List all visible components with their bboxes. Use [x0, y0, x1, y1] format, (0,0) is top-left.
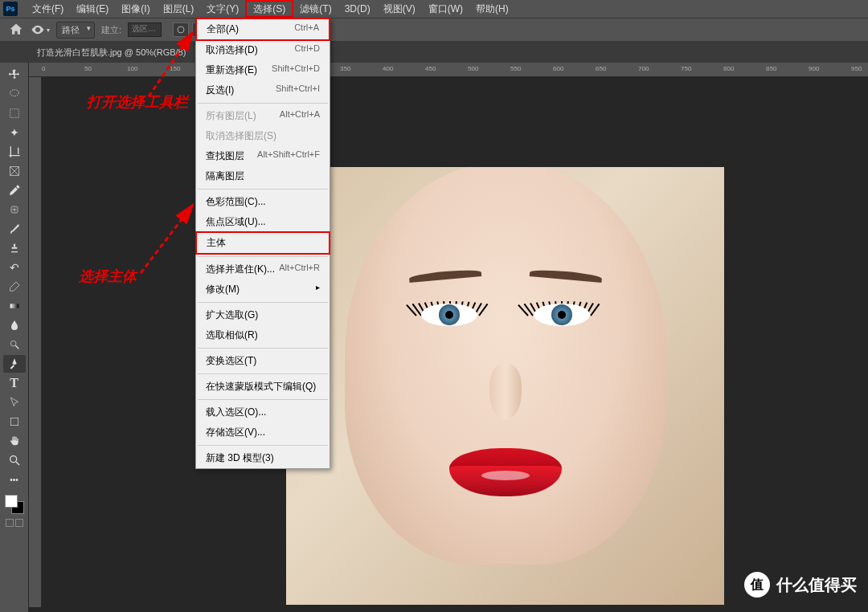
menu-layer[interactable]: 图层(L) — [157, 0, 201, 18]
menu-item-V[interactable]: 存储选区(V)... — [196, 422, 330, 443]
svg-rect-14 — [10, 418, 18, 425]
menu-edit[interactable]: 编辑(E) — [70, 0, 115, 18]
menu-item-R[interactable]: 选取相似(R) — [196, 325, 330, 345]
menubar: Ps 文件(F) 编辑(E) 图像(I) 图层(L) 文字(Y) 选择(S) 滤… — [0, 0, 868, 18]
select-menu-dropdown: 全部(A)Ctrl+A取消选择(D)Ctrl+D重新选择(E)Shift+Ctr… — [195, 18, 330, 469]
zoom-tool[interactable] — [3, 451, 26, 469]
brush-tool[interactable] — [3, 220, 26, 238]
menu-item-Q[interactable]: 在快速蒙版模式下编辑(Q) — [196, 377, 330, 397]
image-face — [345, 167, 666, 565]
menu-item-3D3[interactable]: 新建 3D 模型(3) — [196, 448, 330, 468]
screenmode-2[interactable] — [15, 519, 23, 527]
svg-line-16 — [16, 462, 19, 465]
app-logo: Ps — [3, 2, 18, 16]
svg-line-18 — [141, 205, 193, 273]
magic-wand-tool[interactable]: ✦ — [3, 124, 26, 141]
pen-tool[interactable] — [3, 355, 26, 373]
dodge-tool[interactable] — [3, 336, 26, 353]
make-label: 建立: — [101, 24, 121, 36]
menu-select[interactable]: 选择(S) — [245, 0, 293, 18]
svg-line-17 — [149, 32, 193, 96]
move-tool[interactable] — [3, 66, 26, 84]
home-icon[interactable] — [8, 22, 24, 37]
path-select-tool[interactable] — [3, 394, 26, 411]
more-tools[interactable]: ••• — [3, 471, 26, 488]
hand-tool[interactable] — [3, 432, 26, 450]
svg-line-13 — [15, 345, 18, 349]
menu-image[interactable]: 图像(I) — [115, 0, 156, 18]
vertical-ruler — [29, 77, 42, 607]
workspace: ✦ ↶ T ••• 050100150200250300350400450500… — [0, 63, 868, 612]
blur-tool[interactable] — [3, 316, 26, 334]
pen-tool-icon[interactable]: ▾ — [31, 22, 50, 37]
menu-3d[interactable]: 3D(D) — [338, 0, 377, 18]
watermark: 值 什么值得买 — [744, 572, 857, 598]
tools-panel: ✦ ↶ T ••• — [0, 63, 29, 612]
menu-view[interactable]: 视图(V) — [377, 0, 422, 18]
menu-item-L: 所有图层(L)Alt+Ctrl+A — [196, 106, 330, 126]
menu-item-C[interactable]: 色彩范围(C)... — [196, 192, 330, 212]
crop-tool[interactable] — [3, 143, 26, 161]
path-mode-dropdown[interactable]: 路径 — [56, 22, 95, 39]
stamp-tool[interactable] — [3, 239, 26, 257]
watermark-text: 什么值得买 — [776, 574, 857, 596]
watermark-badge: 值 — [744, 572, 770, 598]
menu-item-T[interactable]: 变换选区(T) — [196, 351, 330, 371]
menu-item-G[interactable]: 扩大选取(G) — [196, 305, 330, 325]
menu-item-I[interactable]: 反选(I)Shift+Ctrl+I — [196, 80, 330, 100]
canvas-area: 0501001502002503003504004505005506006507… — [29, 63, 868, 612]
menu-item-M[interactable]: 修改(M)▸ — [196, 279, 330, 300]
document-tabs: 打造光滑白皙肌肤.jpg @ 50%(RGB/8) 3/8#) * ✕ — [0, 42, 868, 63]
menu-type[interactable]: 文字(Y) — [200, 0, 245, 18]
svg-point-3 — [10, 90, 18, 96]
color-swatch[interactable] — [5, 495, 24, 514]
menu-item-E[interactable]: 重新选择(E)Shift+Ctrl+D — [196, 60, 330, 80]
screen-mode-icons — [3, 519, 26, 527]
menu-item-O[interactable]: 载入选区(O)... — [196, 402, 330, 422]
menu-item-A[interactable]: 全部(A)Ctrl+A — [195, 18, 330, 41]
eyedropper-tool[interactable] — [3, 182, 26, 199]
history-brush-tool[interactable]: ↶ — [3, 259, 26, 276]
fg-color[interactable] — [5, 495, 18, 508]
options-bar: ▾ 路径 建立: 选区… ⬚ 对齐边缘 — [0, 18, 868, 42]
annotation-choose-subject: 选择主体 — [79, 267, 137, 286]
marquee-tool[interactable] — [3, 104, 26, 122]
annotation-open-toolbar: 打开选择工具栏 — [87, 92, 188, 112]
menu-item-[interactable]: 主体 — [195, 231, 330, 255]
menu-filter[interactable]: 滤镜(T) — [293, 0, 338, 18]
healing-tool[interactable] — [3, 201, 26, 218]
gradient-tool[interactable] — [3, 297, 26, 315]
shape-tool[interactable] — [3, 413, 26, 430]
menu-item-S: 取消选择图层(S) — [196, 126, 330, 146]
lasso-tool[interactable] — [3, 85, 26, 103]
menu-item-D[interactable]: 取消选择(D)Ctrl+D — [196, 40, 330, 60]
document-canvas[interactable] — [286, 167, 724, 605]
svg-rect-4 — [10, 109, 18, 118]
menu-item-U[interactable]: 焦点区域(U)... — [196, 212, 330, 232]
menu-item-K[interactable]: 选择并遮住(K)...Alt+Ctrl+R — [196, 259, 330, 279]
svg-rect-11 — [10, 304, 18, 308]
menu-window[interactable]: 窗口(W) — [422, 0, 469, 18]
menu-file[interactable]: 文件(F) — [26, 0, 70, 18]
screenmode-1[interactable] — [6, 519, 14, 527]
menu-help[interactable]: 帮助(H) — [469, 0, 515, 18]
frame-tool[interactable] — [3, 162, 26, 180]
menu-item-[interactable]: 查找图层Alt+Shift+Ctrl+F — [196, 146, 330, 166]
type-tool[interactable]: T — [3, 374, 26, 392]
svg-point-12 — [10, 341, 16, 346]
eraser-tool[interactable] — [3, 278, 26, 296]
svg-point-15 — [10, 456, 16, 463]
menu-item-[interactable]: 隔离图层 — [196, 166, 330, 186]
